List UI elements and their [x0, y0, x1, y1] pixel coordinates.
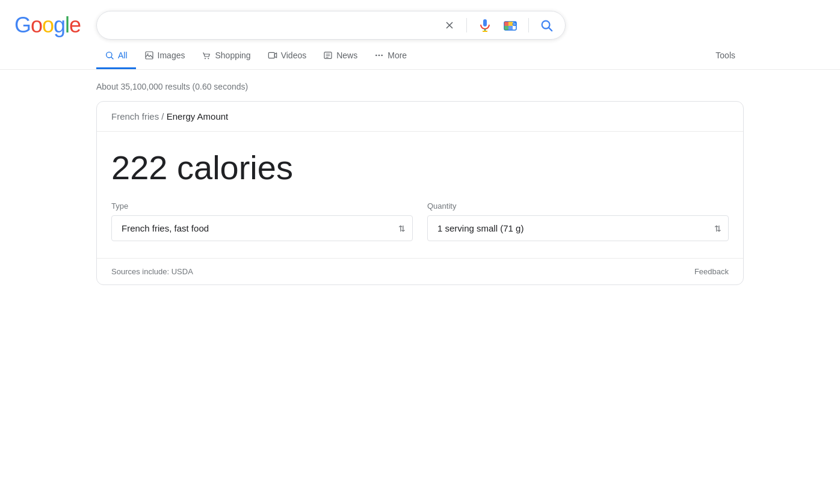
- header: G o o g l e small fries calories: [0, 0, 840, 40]
- news-nav-icon: [323, 51, 333, 60]
- svg-point-26: [375, 55, 377, 57]
- type-select-wrapper: French fries, fast food: [111, 215, 413, 241]
- sources-text: Sources include: USDA: [111, 267, 193, 276]
- more-nav-icon: [374, 51, 384, 60]
- tab-images[interactable]: Images: [136, 42, 194, 69]
- images-nav-icon: [144, 51, 154, 60]
- svg-rect-9: [508, 26, 513, 30]
- calorie-value: 222 calories: [111, 151, 729, 185]
- tab-videos[interactable]: Videos: [259, 42, 315, 69]
- tools-button[interactable]: Tools: [707, 42, 744, 69]
- svg-rect-17: [146, 52, 153, 59]
- divider: [466, 18, 467, 32]
- tab-news[interactable]: News: [315, 42, 366, 69]
- search-icon: [540, 19, 553, 32]
- card-main: 222 calories Type French fries, fast foo…: [97, 132, 743, 258]
- nav-tabs: All Images Shopping Videos News: [0, 42, 840, 70]
- search-submit-button[interactable]: [537, 16, 555, 34]
- quantity-select-wrapper: 1 serving small (71 g): [427, 215, 729, 241]
- svg-rect-6: [504, 22, 508, 26]
- microphone-icon: [478, 18, 492, 32]
- type-selector-group: Type French fries, fast food: [111, 201, 413, 241]
- image-search-button[interactable]: [501, 16, 520, 35]
- quantity-select[interactable]: 1 serving small (71 g): [427, 215, 729, 241]
- search-input[interactable]: small fries calories: [107, 19, 435, 32]
- svg-line-16: [111, 57, 113, 59]
- tab-more[interactable]: More: [366, 42, 415, 69]
- tab-shopping[interactable]: Shopping: [193, 42, 259, 69]
- search-nav-icon: [105, 51, 114, 60]
- logo-g2: g: [54, 13, 65, 38]
- logo-o1: o: [31, 13, 42, 38]
- voice-search-button[interactable]: [475, 16, 495, 35]
- svg-point-18: [147, 54, 148, 55]
- tab-all[interactable]: All: [96, 42, 136, 69]
- svg-line-14: [549, 28, 552, 31]
- camera-icon: [503, 18, 517, 32]
- svg-rect-8: [504, 26, 508, 30]
- logo-e: e: [69, 13, 81, 38]
- logo-g: G: [14, 13, 31, 38]
- type-label: Type: [111, 201, 413, 211]
- clear-button[interactable]: [441, 17, 458, 34]
- divider2: [528, 18, 529, 32]
- quantity-selector-group: Quantity 1 serving small (71 g): [427, 201, 729, 241]
- svg-point-19: [205, 58, 206, 59]
- shopping-nav-icon: [202, 51, 211, 60]
- svg-rect-21: [268, 52, 274, 58]
- svg-point-20: [208, 58, 209, 59]
- quantity-label: Quantity: [427, 201, 729, 211]
- search-box: small fries calories: [96, 11, 566, 40]
- logo-o2: o: [42, 13, 54, 38]
- card-selectors: Type French fries, fast food Quantity 1 …: [111, 201, 729, 241]
- svg-point-12: [514, 23, 515, 25]
- svg-rect-2: [483, 19, 487, 26]
- type-select[interactable]: French fries, fast food: [111, 215, 413, 241]
- results-count: About 35,100,000 results (0.60 seconds): [0, 70, 840, 101]
- videos-nav-icon: [268, 51, 277, 60]
- logo-l: l: [65, 13, 69, 38]
- feedback-button[interactable]: Feedback: [694, 267, 729, 276]
- close-icon: [443, 19, 456, 31]
- svg-point-28: [381, 55, 383, 57]
- card-breadcrumb: French fries / Energy Amount: [97, 102, 743, 132]
- svg-point-27: [378, 55, 380, 57]
- card-footer: Sources include: USDA Feedback: [97, 258, 743, 284]
- google-logo[interactable]: G o o g l e: [14, 13, 81, 38]
- svg-rect-7: [508, 22, 513, 26]
- knowledge-card: French fries / Energy Amount 222 calorie…: [96, 101, 744, 285]
